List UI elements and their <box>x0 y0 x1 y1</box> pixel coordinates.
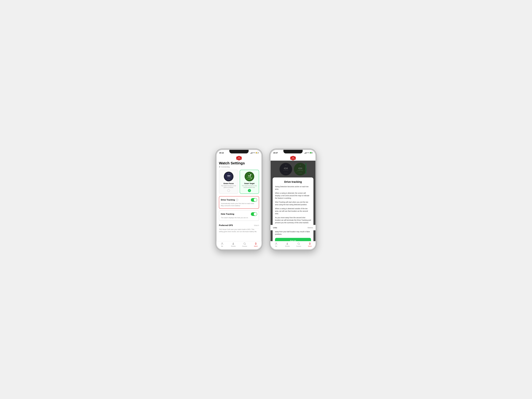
svg-text:TAG: TAG <box>292 157 294 158</box>
watch-face-dark-img: ●8 434 ⊕ DRIVER SCORE <box>224 172 234 181</box>
drive-tracking-row: Drive Tracking i Automatically tracks yo… <box>219 196 259 209</box>
modal-paragraph-2: When a swing is detected, the screen wil… <box>275 192 311 200</box>
svg-point-20 <box>222 243 223 244</box>
notch-2 <box>283 150 303 154</box>
watch-card-green-focus[interactable]: ●8 434 ⊕ DRIVER SCORE Green Focus The wa… <box>219 170 238 194</box>
wifi-icon-1 <box>253 152 255 154</box>
modal-title: Drive tracking <box>275 180 311 183</box>
got-it-button[interactable]: Got it! <box>275 238 311 241</box>
tab-watch-2[interactable]: Watch <box>304 242 316 247</box>
svg-point-45 <box>298 243 299 244</box>
screen-1: TAG HEUER Watch Settings ✱ Connecting <box>216 155 261 249</box>
tab-rounds-label-1: Rounds <box>231 245 236 247</box>
hole-tracking-toggle[interactable] <box>251 212 257 216</box>
modal-paragraph-1: Swing Detection becomes active on each t… <box>275 185 311 190</box>
drive-tracking-title: Drive Tracking i <box>221 199 238 201</box>
modal-card: Drive tracking Swing Detection becomes a… <box>272 177 313 241</box>
units-row[interactable]: Units Metres <box>271 225 316 230</box>
svg-point-43 <box>276 243 277 244</box>
signal-icon-1 <box>250 152 253 154</box>
svg-point-44 <box>287 243 288 244</box>
bluetooth-icon-1: ✱ <box>219 166 220 168</box>
tag-logo-1: TAG HEUER <box>216 155 261 161</box>
screen-content-1: Watch Settings ✱ Connecting <box>216 161 261 241</box>
tab-rounds-1[interactable]: Rounds <box>228 242 239 247</box>
tab-watch-label-2: Watch <box>308 245 312 247</box>
svg-point-22 <box>244 243 245 244</box>
tab-me-1[interactable]: Me <box>216 242 228 247</box>
drive-tracking-header: Drive Tracking i <box>221 198 257 202</box>
gps-desc: TAG Heuer Golf uses your watch built-in … <box>219 228 259 235</box>
page-title-1: Watch Settings <box>219 161 259 165</box>
phone-1: 15:12 <box>215 149 262 250</box>
svg-text:HEUER: HEUER <box>237 158 241 160</box>
drive-tracking-desc: Automatically tracks your first shot on … <box>221 202 257 207</box>
hole-tracking-title: Hole Tracking <box>221 213 234 215</box>
svg-text:⊕ DRIVER: ⊕ DRIVER <box>248 177 251 178</box>
tab-bar-2: Me Rounds Courses <box>271 241 316 249</box>
status-time-1: 15:12 <box>219 152 224 154</box>
card-title-green-focus: Green Focus <box>220 182 237 184</box>
tab-me-2[interactable]: Me <box>271 242 282 247</box>
notch-1 <box>229 150 249 154</box>
svg-text:●8: ●8 <box>249 173 250 174</box>
hole-tracking-row: Hole Tracking The watch displays the hol… <box>219 210 259 221</box>
card-desc-smart-target: The watch focuses on the recommended sho… <box>241 185 258 188</box>
gps-label: Preferred GPS <box>219 224 233 227</box>
tab-courses-2[interactable]: Courses <box>293 242 304 247</box>
svg-text:434: 434 <box>248 175 251 177</box>
svg-text:TAG: TAG <box>238 157 240 158</box>
watch-icon-1 <box>254 242 257 245</box>
units-value: Metres <box>308 227 313 229</box>
bluetooth-label-1: Connecting <box>221 166 230 168</box>
tab-me-label-2: Me <box>275 245 277 247</box>
bluetooth-status-1: ✱ Connecting <box>219 166 259 168</box>
preferred-gps-row[interactable]: Preferred GPS Watch <box>219 223 259 228</box>
tab-watch-label-1: Watch <box>254 245 258 247</box>
watch-face-green-img: ●8 434 ⊕ DRIVER SCORE <box>245 172 254 181</box>
rounds-icon-1 <box>232 242 235 245</box>
hole-tracking-header: Hole Tracking <box>221 212 257 216</box>
modal-paragraph-5: As you move away from the second shot lo… <box>275 216 311 224</box>
status-icons-1 <box>250 152 259 154</box>
tab-rounds-2[interactable]: Rounds <box>282 242 293 247</box>
svg-text:SCORE: SCORE <box>227 179 230 180</box>
me-icon-2 <box>275 242 278 245</box>
card-desc-green-focus: The watch focuses on the green by defaul… <box>220 185 237 188</box>
hole-tracking-desc: The watch displays the hole you are on. <box>221 217 257 219</box>
modal-paragraph-4: When a swing is detected outside of the … <box>275 207 311 215</box>
svg-line-46 <box>299 244 300 245</box>
svg-point-21 <box>233 243 234 244</box>
drive-tracking-info-icon[interactable]: i <box>236 199 238 201</box>
tab-courses-label-2: Courses <box>296 245 301 247</box>
tab-courses-1[interactable]: Courses <box>239 242 250 247</box>
tab-rounds-label-2: Rounds <box>285 245 290 247</box>
svg-text:SCORE: SCORE <box>248 179 251 180</box>
me-icon-1 <box>221 242 224 245</box>
tag-logo-2: TAG HEUER <box>271 155 316 161</box>
tab-courses-label-1: Courses <box>242 245 247 247</box>
battery-icon-2 <box>310 152 313 154</box>
phone-2: 10:27 <box>270 149 317 250</box>
svg-text:434: 434 <box>227 175 230 177</box>
watch-icon-2 <box>308 242 311 245</box>
tab-watch-1[interactable]: Watch <box>250 242 262 247</box>
modal-paragraph-3: Shot Tracking will start when you exit t… <box>275 201 311 206</box>
status-icons-2 <box>304 152 313 154</box>
status-time-2: 10:27 <box>273 152 278 154</box>
modal-background: ●8 434 ⊕ DRIVER SCORE ●8 434 ⊕ DRIVER SC… <box>271 161 316 241</box>
tab-bar-1: Me Rounds Courses <box>216 241 261 249</box>
screen-2: TAG HEUER ●8 434 ⊕ DRIVER SCORE ●8 <box>271 155 316 249</box>
drive-tracking-toggle[interactable] <box>251 198 257 202</box>
signal-icon-2 <box>304 152 306 154</box>
gps-value: Watch <box>254 224 259 226</box>
svg-text:●8: ●8 <box>228 173 229 174</box>
watch-card-smart-target[interactable]: ●8 434 ⊕ DRIVER SCORE Smart Target The w… <box>240 170 259 194</box>
rounds-icon-2 <box>286 242 289 245</box>
units-label: Units <box>273 227 277 229</box>
svg-text:HEUER: HEUER <box>291 158 295 160</box>
svg-line-23 <box>245 244 246 245</box>
check-smart-target: ✓ <box>248 189 251 192</box>
tab-me-label-1: Me <box>221 245 223 247</box>
radio-green-focus[interactable] <box>227 189 230 192</box>
